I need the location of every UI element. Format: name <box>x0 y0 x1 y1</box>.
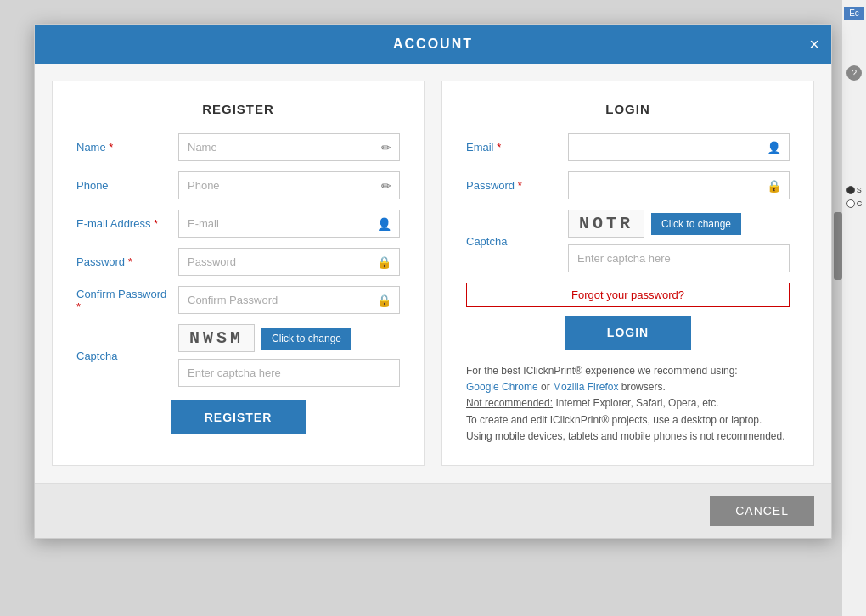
register-title: REGISTER <box>76 102 400 116</box>
scrollbar[interactable] <box>834 212 842 280</box>
email-label: E-mail Address * <box>76 217 170 230</box>
email-row: E-mail Address * 👤 <box>76 210 400 238</box>
name-label: Name * <box>76 141 170 154</box>
radio-group: S C <box>846 186 863 208</box>
login-captcha-input[interactable] <box>568 244 790 272</box>
captcha-top: NWSM Click to change <box>178 324 400 352</box>
password-label: Password * <box>76 255 170 268</box>
phone-input[interactable] <box>178 171 400 199</box>
login-password-label: Password * <box>466 179 560 192</box>
side-panel: Ec ? S C <box>842 0 866 616</box>
name-input[interactable] <box>178 133 400 161</box>
person-icon-2: 👤 <box>767 141 781 154</box>
login-email-label: Email * <box>466 141 560 154</box>
not-recommended-label: Not recommended: <box>466 397 553 409</box>
lock-icon-2: 🔒 <box>377 294 391 307</box>
pencil-icon: ✏ <box>381 141 391 154</box>
mozilla-firefox-link[interactable]: Mozilla Firefox <box>553 381 618 393</box>
register-panel: REGISTER Name * ✏ Phone ✏ <box>52 81 425 466</box>
lock-icon-3: 🔒 <box>767 179 781 193</box>
modal-body: REGISTER Name * ✏ Phone ✏ <box>35 64 831 483</box>
phone-label: Phone <box>76 179 170 192</box>
email-input-wrap: 👤 <box>178 210 400 238</box>
google-chrome-link[interactable]: Google Chrome <box>466 381 538 393</box>
login-captcha-label: Captcha <box>466 235 560 248</box>
radio-option-1 <box>846 186 855 194</box>
captcha-change-button[interactable]: Click to change <box>261 328 351 350</box>
login-captcha-image: NOTR <box>568 210 644 238</box>
login-password-input[interactable] <box>568 171 790 199</box>
password-row: Password * 🔒 <box>76 248 400 276</box>
name-input-wrap: ✏ <box>178 133 400 161</box>
account-modal: ACCOUNT × REGISTER Name * ✏ Phone <box>34 24 832 539</box>
email-input[interactable] <box>178 210 400 238</box>
confirm-password-input-wrap: 🔒 <box>178 286 400 314</box>
password-input-wrap: 🔒 <box>178 248 400 276</box>
captcha-image: NWSM <box>178 324 255 352</box>
question-icon: ? <box>846 65 862 81</box>
cancel-button[interactable]: CANCEL <box>710 496 814 526</box>
person-icon: 👤 <box>377 217 391 231</box>
login-password-row: Password * 🔒 <box>466 171 790 199</box>
login-password-input-wrap: 🔒 <box>568 171 790 199</box>
forgot-password-link[interactable]: Forgot your password? <box>466 283 790 307</box>
password-input[interactable] <box>178 248 400 276</box>
login-captcha-row: Captcha NOTR Click to change <box>466 210 790 272</box>
login-captcha-change-button[interactable]: Click to change <box>651 213 741 235</box>
modal-title: ACCOUNT <box>393 36 473 51</box>
login-button[interactable]: LOGIN <box>565 316 691 350</box>
pencil-icon-2: ✏ <box>381 179 391 193</box>
login-captcha-top: NOTR Click to change <box>568 210 790 238</box>
confirm-password-row: Confirm Password * 🔒 <box>76 286 400 314</box>
login-title: LOGIN <box>466 102 790 116</box>
login-email-row: Email * 👤 <box>466 133 790 161</box>
modal-close-button[interactable]: × <box>809 36 819 53</box>
info-text: For the best IClicknPrint® experience we… <box>466 363 790 445</box>
captcha-input[interactable] <box>178 359 400 387</box>
radio-label-1: S <box>857 186 862 194</box>
radio-label-2: C <box>857 199 863 208</box>
modal-header: ACCOUNT × <box>35 25 831 64</box>
register-captcha-row: Captcha NWSM Click to change <box>76 324 400 387</box>
ec-label: Ec <box>844 7 864 20</box>
confirm-password-input[interactable] <box>178 286 400 314</box>
name-row: Name * ✏ <box>76 133 400 161</box>
radio-option-2 <box>846 199 855 208</box>
login-email-input-wrap: 👤 <box>568 133 790 161</box>
phone-input-wrap: ✏ <box>178 171 400 199</box>
phone-row: Phone ✏ <box>76 171 400 199</box>
modal-footer: CANCEL <box>35 483 831 538</box>
login-email-input[interactable] <box>568 133 790 161</box>
captcha-content: NWSM Click to change <box>178 324 400 387</box>
captcha-label: Captcha <box>76 350 170 362</box>
lock-icon: 🔒 <box>377 255 391 269</box>
login-captcha-content: NOTR Click to change <box>568 210 790 272</box>
register-button[interactable]: REGISTER <box>171 400 306 434</box>
confirm-password-label: Confirm Password * <box>76 288 170 313</box>
login-panel: LOGIN Email * 👤 Password * 🔒 <box>441 81 814 466</box>
